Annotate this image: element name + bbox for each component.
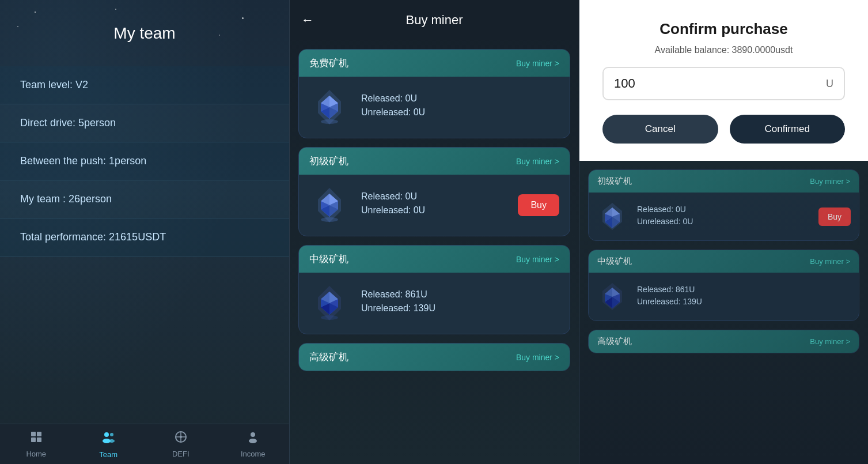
svg-rect-3 xyxy=(37,437,41,442)
svg-point-13 xyxy=(249,439,257,443)
buy-button-basic[interactable]: Buy xyxy=(518,194,559,216)
svg-point-5 xyxy=(110,433,113,436)
confirm-panel: Confirm purchase Available balance: 3890… xyxy=(579,0,868,464)
miner-title-mid: 中级矿机 xyxy=(309,252,348,266)
stat-team-level: Team level: V2 xyxy=(0,66,289,104)
bg-miner-icon-mid xyxy=(597,281,628,312)
stat-label: My team : xyxy=(20,193,69,205)
svg-point-22 xyxy=(321,119,338,124)
svg-point-11 xyxy=(180,436,182,438)
svg-point-12 xyxy=(251,432,255,437)
team-title-text: My team xyxy=(113,24,175,43)
bg-miner-card-mid: 中级矿机 Buy miner > xyxy=(588,250,859,321)
home-icon xyxy=(29,430,43,447)
stat-label: Total performance: xyxy=(20,231,109,243)
buy-miner-panel: ← Buy miner 免费矿机 Buy miner > xyxy=(290,0,579,464)
miner-body-basic: Released: 0U Unreleased: 0U Buy xyxy=(299,175,570,236)
bg-miner-header-mid: 中级矿机 Buy miner > xyxy=(589,250,859,273)
bg-buy-link-mid[interactable]: Buy miner > xyxy=(810,257,850,266)
svg-rect-0 xyxy=(31,432,36,436)
miner-card-free: 免费矿机 Buy miner > xyxy=(298,49,570,138)
released-basic: Released: 0U xyxy=(361,191,506,202)
miner-header-adv: 高级矿机 Buy miner > xyxy=(299,344,570,371)
confirm-buttons: Cancel Confirmed xyxy=(602,115,845,144)
bg-miner-body-mid: Released: 861U Unreleased: 139U xyxy=(589,273,859,320)
bottom-nav: Home Team DEFI xyxy=(0,424,289,464)
bg-buy-link-basic[interactable]: Buy miner > xyxy=(810,177,850,186)
stat-total-performance: Total performance: 21615USDT xyxy=(0,218,289,256)
confirmed-button[interactable]: Confirmed xyxy=(730,115,846,144)
bg-miner-stats-basic: Released: 0U Unreleased: 0U xyxy=(637,205,810,229)
buy-miner-link-free[interactable]: Buy miner > xyxy=(516,59,559,68)
bg-miner-header-basic: 初级矿机 Buy miner > xyxy=(589,170,859,193)
confirm-balance: Available balance: 3890.0000usdt xyxy=(602,45,845,55)
stat-value: 1person xyxy=(109,155,146,167)
stat-direct-drive: Direct drive: 5person xyxy=(0,104,289,142)
bg-miner-title-basic: 初级矿机 xyxy=(597,176,632,187)
stat-between-push: Between the push: 1person xyxy=(0,142,289,180)
bg-miner-list: 初级矿机 Buy miner > xyxy=(579,161,868,362)
team-stats: Team level: V2 Direct drive: 5person Bet… xyxy=(0,66,289,424)
svg-point-31 xyxy=(321,217,338,222)
buy-miner-link-mid[interactable]: Buy miner > xyxy=(516,255,559,264)
svg-rect-2 xyxy=(31,437,36,442)
buy-title: Buy miner xyxy=(405,13,463,28)
nav-income-label: Income xyxy=(241,450,266,458)
nav-team[interactable]: Team xyxy=(73,424,145,464)
confirm-input-row: U xyxy=(602,67,845,100)
miner-card-mid: 中级矿机 Buy miner > xyxy=(298,245,570,334)
unreleased-basic: Unreleased: 0U xyxy=(361,205,506,216)
released-free: Released: 0U xyxy=(361,93,559,104)
nav-defi[interactable]: DEFI xyxy=(145,424,217,464)
confirm-dialog: Confirm purchase Available balance: 3890… xyxy=(579,0,868,161)
svg-point-40 xyxy=(321,315,338,320)
buy-miner-link-adv[interactable]: Buy miner > xyxy=(516,353,559,362)
back-button[interactable]: ← xyxy=(301,13,314,28)
unreleased-free: Unreleased: 0U xyxy=(361,107,559,118)
bg-miner-title-mid: 中级矿机 xyxy=(597,256,632,267)
svg-point-7 xyxy=(109,439,115,443)
cancel-button[interactable]: Cancel xyxy=(602,115,718,144)
bg-buy-link-adv[interactable]: Buy miner > xyxy=(810,337,850,346)
nav-team-label: Team xyxy=(99,450,117,459)
bg-buy-button-basic[interactable]: Buy xyxy=(818,208,851,226)
miner-header-basic: 初级矿机 Buy miner > xyxy=(299,148,570,175)
miner-title-basic: 初级矿机 xyxy=(309,154,348,168)
bg-miner-card-adv: 高级矿机 Buy miner > xyxy=(588,330,859,353)
income-icon xyxy=(246,430,260,447)
released-mid: Released: 861U xyxy=(361,289,559,300)
stat-value: 21615USDT xyxy=(109,231,166,243)
confirm-title: Confirm purchase xyxy=(602,20,845,38)
buy-miner-link-basic[interactable]: Buy miner > xyxy=(516,157,559,166)
defi-icon xyxy=(174,430,188,447)
svg-rect-1 xyxy=(37,432,41,436)
bg-unreleased-basic: Unreleased: 0U xyxy=(637,217,810,226)
stat-value: V2 xyxy=(75,79,88,90)
stat-value: 5person xyxy=(78,117,116,129)
nav-home[interactable]: Home xyxy=(0,424,73,464)
miner-body-mid: Released: 861U Unreleased: 139U xyxy=(299,273,570,334)
team-icon xyxy=(101,429,116,448)
stat-my-team: My team : 26person xyxy=(0,180,289,218)
miner-header-mid: 中级矿机 Buy miner > xyxy=(299,246,570,273)
confirm-amount-input[interactable] xyxy=(614,76,826,91)
bg-released-mid: Released: 861U xyxy=(637,285,851,294)
stat-value: 26person xyxy=(69,193,112,205)
stat-label: Team level: xyxy=(20,79,75,90)
bg-miner-header-adv: 高级矿机 Buy miner > xyxy=(589,330,859,353)
miner-icon-free xyxy=(309,87,350,127)
bg-miner-body-basic: Released: 0U Unreleased: 0U Buy xyxy=(589,193,859,240)
miner-title-adv: 高级矿机 xyxy=(309,350,348,364)
team-title: My team xyxy=(0,0,289,66)
miner-stats-mid: Released: 861U Unreleased: 139U xyxy=(361,289,559,317)
miner-card-basic: 初级矿机 Buy miner > xyxy=(298,147,570,236)
miner-header-free: 免费矿机 Buy miner > xyxy=(299,50,570,77)
bg-miner-card-basic: 初级矿机 Buy miner > xyxy=(588,169,859,241)
bg-miner-icon-basic xyxy=(597,201,628,232)
miner-icon-basic xyxy=(309,185,350,225)
nav-defi-label: DEFI xyxy=(172,450,189,458)
confirm-bg: 初级矿机 Buy miner > xyxy=(579,161,868,464)
nav-income[interactable]: Income xyxy=(217,424,290,464)
nav-home-label: Home xyxy=(26,450,46,458)
miner-title-free: 免费矿机 xyxy=(309,56,348,70)
